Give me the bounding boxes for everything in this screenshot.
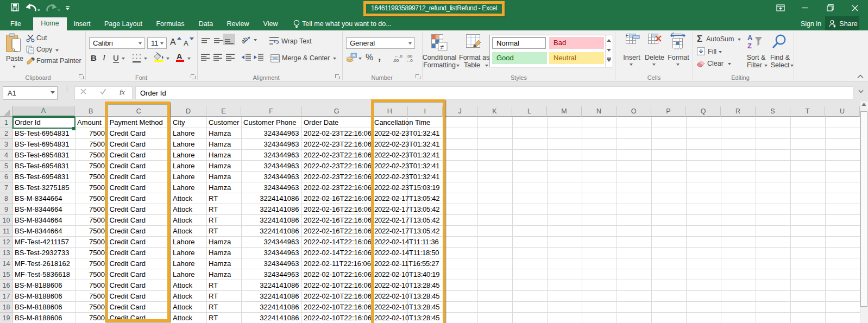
svg-text:≠: ≠ (440, 43, 444, 51)
svg-text:A: A (747, 34, 753, 42)
svg-text:→.0: →.0 (405, 58, 413, 62)
svg-text:fx: fx (119, 88, 125, 95)
svg-text:.00: .00 (393, 58, 399, 62)
svg-text:Z: Z (747, 42, 752, 50)
svg-text:ab: ab (241, 35, 249, 45)
